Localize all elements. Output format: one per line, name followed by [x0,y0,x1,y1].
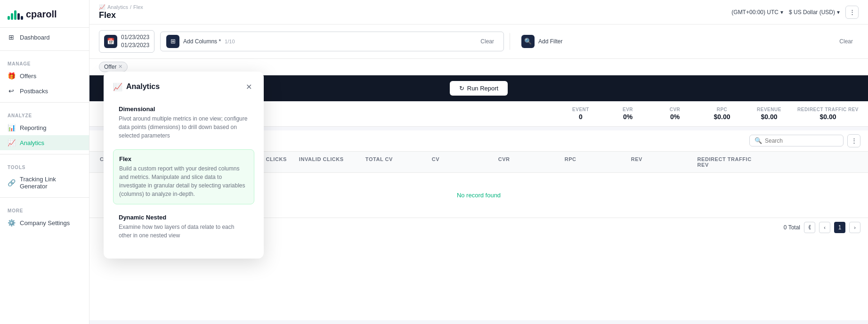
chip-offer[interactable]: Offer ✕ [99,62,128,72]
clear-filter-button[interactable]: Clear [839,38,853,45]
sidebar-logo: cparoll [0,0,89,28]
stat-revenue: REVENUE $0.00 [750,107,788,121]
clear-columns-button[interactable]: Clear [480,38,494,45]
table-menu-icon: ⋮ [851,137,857,144]
breadcrumb-analytics[interactable]: Analytics [107,4,128,10]
col-rpc: RPC [562,152,628,172]
offers-icon: 🎁 [8,72,15,80]
sidebar-section-analyze: ANALYZE 📊 Reporting 📈 Analytics [0,106,89,150]
topbar-more-button[interactable]: ⋮ [845,6,859,19]
topbar: 📈 Analytics / Flex Flex (GMT+00:00) UTC … [89,0,868,24]
sidebar-section-manage: MANAGE 🎁 Offers ↩ Postbacks [0,55,89,98]
sidebar-item-company-settings[interactable]: ⚙️ Company Settings [0,215,89,230]
stat-evr-label: EVR [623,107,633,112]
next-page-icon: › [854,225,856,230]
add-filter-area: 🔍 Add Filter Clear [516,32,859,51]
popup-item-title-dimensional: Dimensional [119,105,249,113]
dots-icon: ⋮ [849,8,855,16]
sidebar-divider-1 [0,50,89,51]
sidebar-section-more: MORE ⚙️ Company Settings [0,202,89,230]
popup-item-flex[interactable]: Flex Build a custom report with your des… [113,149,254,204]
stat-rpc-value: $0.00 [714,113,730,121]
stat-event: EVENT 0 [562,107,600,121]
chip-label: Offer [104,64,116,70]
col-rev: Rev [628,152,695,172]
stat-cvr-value: 0% [670,113,680,121]
run-report-icon: ↻ [459,85,464,92]
logo-text: cparoll [26,9,57,20]
table-search[interactable]: 🔍 [749,135,844,146]
stat-rpc-label: RPC [717,107,728,112]
date-filter-icon: 📅 [104,35,117,48]
breadcrumb-current: Flex [133,4,143,10]
popup-close-button[interactable]: ✕ [243,81,254,92]
add-columns-filter[interactable]: ⊞ Add Columns * 1/10 Clear [160,32,504,51]
chip-remove-icon[interactable]: ✕ [118,64,122,70]
stat-redirect-label: REDIRECT TRAFFIC REV [797,107,859,112]
popup-item-dimensional[interactable]: Dimensional Pivot around multiple metric… [113,100,254,146]
popup-item-title-flex: Flex [119,155,248,162]
add-columns-count: 1/10 [225,39,235,44]
sidebar-item-postbacks[interactable]: ↩ Postbacks [0,83,89,98]
first-page-icon: ⟪ [808,224,811,230]
popup-item-dynamic-nested[interactable]: Dynamic Nested Examine how two layers of… [113,208,254,245]
add-columns-icon: ⊞ [166,35,179,48]
sidebar-item-reporting[interactable]: 📊 Reporting [0,120,89,135]
timezone-selector[interactable]: (GMT+00:00) UTC ▾ [731,9,783,16]
col-invalid-clicks: Invalid clicks [296,152,363,172]
timezone-chevron-icon: ▾ [780,9,783,16]
run-report-label: Run Report [467,85,498,92]
breadcrumb: 📈 Analytics / Flex [99,4,143,10]
add-filter-icon: 🔍 [521,35,535,48]
sidebar-item-offers[interactable]: 🎁 Offers [0,68,89,83]
logo-icon [8,8,23,20]
manage-section-label: MANAGE [0,55,89,68]
pagination-first-button[interactable]: ⟪ [804,222,815,233]
sidebar-item-label-reporting: Reporting [20,124,46,131]
filters-row: 📅 01/23/2023 01/23/2023 ⊞ Add Columns * … [89,24,868,59]
stat-revenue-label: REVENUE [757,107,781,112]
popup-item-desc-flex: Build a custom report with your desired … [119,164,248,198]
sidebar-item-dashboard[interactable]: ⊞ Dashboard [0,30,89,45]
run-report-button[interactable]: ↻ Run Report [450,81,508,96]
timezone-label: (GMT+00:00) UTC [731,9,779,16]
stat-revenue-value: $0.00 [761,113,777,121]
popup-title: Analytics [126,82,160,91]
more-section-label: MORE [0,202,89,215]
col-redirect-traffic-rev: Redirect Traffic Rev [695,152,761,172]
add-filter-label[interactable]: Add Filter [538,38,562,45]
empty-text: No record found [457,192,501,199]
currency-chevron-icon: ▾ [837,9,840,16]
popup-title-row: 📈 Analytics [113,82,160,91]
currency-selector[interactable]: $ US Dollar (USD) ▾ [789,9,840,16]
sidebar-item-label-tracking-link: Tracking Link Generator [20,176,81,190]
dashboard-icon: ⊞ [8,33,15,41]
stat-event-label: EVENT [572,107,589,112]
tools-section-label: TOOLS [0,158,89,172]
pagination-prev-button[interactable]: ‹ [819,222,830,233]
search-input[interactable] [765,138,838,144]
total-label: 0 Total [784,224,800,231]
prev-page-icon: ‹ [824,225,826,230]
postbacks-icon: ↩ [8,87,15,95]
analyze-section-label: ANALYZE [0,106,89,120]
pagination-current-page: 1 [834,222,845,233]
pagination-next-button[interactable]: › [849,222,860,233]
sidebar-divider-3 [0,154,89,154]
col-cv: CV [429,152,495,172]
sidebar-item-label-dashboard: Dashboard [20,34,50,41]
stat-event-value: 0 [579,113,583,121]
sidebar-divider-2 [0,102,89,103]
date-filter-text: 01/23/2023 01/23/2023 [121,33,149,49]
date-filter-line1: 01/23/2023 [121,33,149,41]
sidebar-item-label-offers: Offers [20,73,36,80]
sidebar-item-analytics[interactable]: 📈 Analytics [0,135,89,150]
sidebar-divider-4 [0,197,89,198]
date-filter[interactable]: 📅 01/23/2023 01/23/2023 [99,30,154,53]
content-area: 📅 01/23/2023 01/23/2023 ⊞ Add Columns * … [89,24,868,324]
table-menu-button[interactable]: ⋮ [847,134,860,147]
currency-label: $ US Dollar (USD) [789,9,835,16]
popup-header: 📈 Analytics ✕ [113,81,254,92]
sidebar-item-tracking-link[interactable]: 🔗 Tracking Link Generator [0,172,89,194]
breadcrumb-separator: / [130,4,131,10]
